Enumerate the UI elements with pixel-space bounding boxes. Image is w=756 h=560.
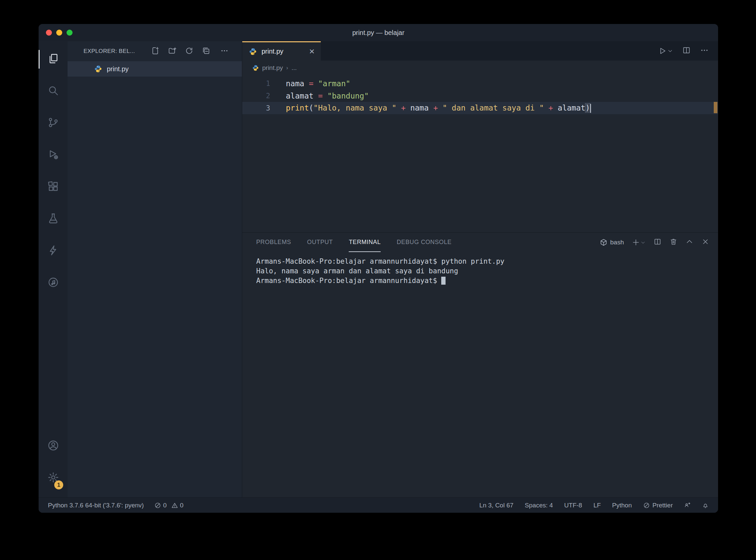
new-folder-icon[interactable] bbox=[168, 47, 176, 56]
breadcrumb-more[interactable]: ... bbox=[292, 64, 297, 72]
new-terminal-button[interactable] bbox=[632, 238, 646, 246]
close-window-button[interactable] bbox=[46, 29, 52, 36]
python-interpreter-status[interactable]: Python 3.7.6 64-bit ('3.7.6': pyenv) bbox=[48, 502, 144, 509]
editor-more-actions-icon[interactable] bbox=[700, 46, 709, 56]
close-panel-icon[interactable] bbox=[701, 238, 709, 247]
status-indentation[interactable]: Spaces: 4 bbox=[525, 502, 553, 509]
problems-status[interactable]: 0 0 bbox=[154, 502, 186, 509]
code-token: ( bbox=[309, 103, 313, 112]
code-token: + bbox=[544, 103, 558, 112]
collapse-all-icon[interactable] bbox=[202, 47, 210, 56]
tab-label: print.py bbox=[261, 47, 304, 55]
code-line[interactable]: 2alamat = "bandung" bbox=[242, 89, 718, 102]
line-number: 1 bbox=[242, 80, 270, 87]
maximize-panel-icon[interactable] bbox=[686, 238, 693, 247]
panel-tab-problems[interactable]: PROBLEMS bbox=[256, 233, 291, 252]
code-token bbox=[313, 79, 318, 88]
activity-explorer[interactable] bbox=[39, 43, 67, 75]
panel-tab-terminal[interactable]: TERMINAL bbox=[349, 233, 381, 252]
terminal-cursor bbox=[441, 277, 445, 285]
close-tab-icon[interactable]: ✕ bbox=[309, 47, 315, 56]
code-line[interactable]: 1nama = "arman" bbox=[242, 77, 718, 89]
code-token: = bbox=[309, 79, 313, 88]
warning-icon bbox=[171, 502, 178, 509]
code-token: nama bbox=[410, 103, 428, 112]
explorer-header: EXPLORER: BEL... bbox=[67, 41, 242, 61]
panel-tab-debug-console[interactable]: DEBUG CONSOLE bbox=[397, 233, 451, 252]
code-token: "arman" bbox=[318, 79, 350, 88]
activity-account[interactable] bbox=[39, 430, 67, 462]
search-icon bbox=[47, 84, 59, 98]
prettier-icon bbox=[643, 502, 650, 509]
activity-settings[interactable]: 1 bbox=[39, 462, 67, 494]
explorer-title: EXPLORER: BEL... bbox=[84, 48, 135, 55]
minimize-window-button[interactable] bbox=[56, 29, 62, 36]
notifications-bell-icon[interactable] bbox=[702, 502, 709, 509]
status-cursor-position[interactable]: Ln 3, Col 67 bbox=[480, 502, 513, 509]
activity-testing[interactable] bbox=[39, 203, 67, 235]
code-token: " dan alamat saya di " bbox=[443, 103, 544, 112]
chevron-down-icon bbox=[640, 240, 646, 245]
files-icon bbox=[47, 53, 59, 66]
zoom-window-button[interactable] bbox=[66, 29, 72, 36]
line-number: 3 bbox=[242, 104, 270, 112]
breadcrumb-file[interactable]: print.py bbox=[262, 64, 283, 72]
code-text: nama = "arman" bbox=[270, 79, 350, 88]
code-token: print bbox=[286, 103, 309, 112]
code-token: "bandung" bbox=[328, 92, 369, 100]
activity-source-control[interactable] bbox=[39, 107, 67, 139]
window-title: print.py — belajar bbox=[39, 29, 718, 37]
shell-picker[interactable]: bash bbox=[600, 238, 624, 246]
split-terminal-icon[interactable] bbox=[653, 238, 662, 247]
settings-badge: 1 bbox=[54, 480, 63, 489]
chevron-down-icon bbox=[668, 48, 673, 54]
code-token bbox=[323, 92, 328, 100]
formatter-label: Prettier bbox=[652, 502, 673, 509]
formatter-status[interactable]: Prettier bbox=[643, 502, 673, 509]
status-bar: Python 3.7.6 64-bit ('3.7.6': pyenv) 0 0… bbox=[39, 497, 718, 513]
panel-tab-output[interactable]: OUTPUT bbox=[307, 233, 333, 252]
activity-thunder[interactable] bbox=[39, 235, 67, 267]
status-eol[interactable]: LF bbox=[593, 502, 601, 509]
line-number: 2 bbox=[242, 92, 270, 100]
code-editor[interactable]: 1nama = "arman"2alamat = "bandung"3print… bbox=[242, 75, 718, 233]
run-python-file-button[interactable] bbox=[658, 47, 673, 55]
status-language-mode[interactable]: Python bbox=[612, 502, 632, 509]
error-count: 0 bbox=[163, 502, 167, 509]
activity-search[interactable] bbox=[39, 75, 67, 107]
split-editor-icon[interactable] bbox=[682, 46, 691, 56]
text-cursor bbox=[590, 104, 591, 113]
code-token: "Halo, nama saya " bbox=[313, 103, 396, 112]
activity-run-debug[interactable] bbox=[39, 139, 67, 171]
panel-header: PROBLEMSOUTPUTTERMINALDEBUG CONSOLE bash bbox=[242, 233, 718, 252]
status-encoding[interactable]: UTF-8 bbox=[564, 502, 582, 509]
terminal-output[interactable]: Armans-MacBook-Pro:belajar armannurhiday… bbox=[242, 252, 718, 497]
code-line[interactable]: 3print("Halo, nama saya " + nama + " dan… bbox=[242, 102, 718, 114]
kill-terminal-icon[interactable] bbox=[670, 238, 677, 247]
python-file-icon bbox=[252, 65, 259, 71]
code-token: + bbox=[396, 103, 410, 112]
activity-bar: 1 bbox=[39, 41, 67, 497]
file-name: print.py bbox=[107, 65, 129, 73]
code-token: + bbox=[428, 103, 443, 112]
activity-extensions[interactable] bbox=[39, 171, 67, 203]
terminal-line: Halo, nama saya arman dan alamat saya di… bbox=[256, 266, 718, 276]
new-file-icon[interactable] bbox=[151, 47, 160, 56]
file-item-print-py[interactable]: print.py bbox=[67, 61, 242, 77]
music-icon bbox=[47, 276, 59, 289]
lightning-icon bbox=[47, 244, 59, 258]
terminal-line: Armans-MacBook-Pro:belajar armannurhiday… bbox=[256, 257, 718, 266]
activity-music[interactable] bbox=[39, 267, 67, 299]
code-token: alamat bbox=[286, 92, 318, 100]
feedback-icon[interactable] bbox=[684, 502, 691, 509]
breadcrumb[interactable]: print.py › ... bbox=[242, 61, 718, 75]
code-token: alamat bbox=[558, 103, 585, 112]
tab-print-py[interactable]: print.py ✕ bbox=[242, 41, 321, 61]
code-text: alamat = "bandung" bbox=[270, 92, 369, 100]
shell-label: bash bbox=[610, 239, 624, 246]
flask-icon bbox=[47, 213, 59, 226]
terminal-line: Armans-MacBook-Pro:belajar armannurhiday… bbox=[256, 276, 718, 286]
code-token: = bbox=[318, 92, 323, 100]
more-actions-icon[interactable] bbox=[220, 47, 229, 56]
refresh-icon[interactable] bbox=[185, 47, 193, 56]
